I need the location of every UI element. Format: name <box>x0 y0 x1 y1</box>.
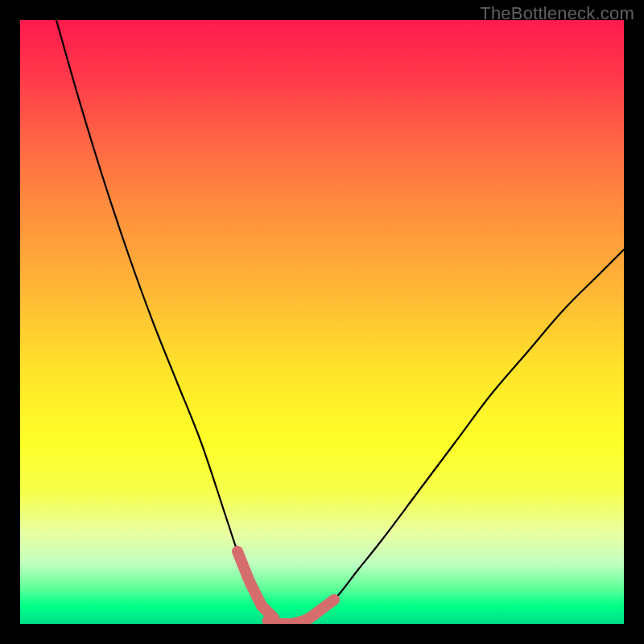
valley-floor-marker <box>268 621 304 624</box>
plot-area <box>20 20 624 624</box>
bottleneck-curve <box>56 20 624 624</box>
curve-layer <box>20 20 624 624</box>
left-ascent-marker <box>237 551 274 618</box>
chart-frame: TheBottleneck.com <box>0 0 644 644</box>
